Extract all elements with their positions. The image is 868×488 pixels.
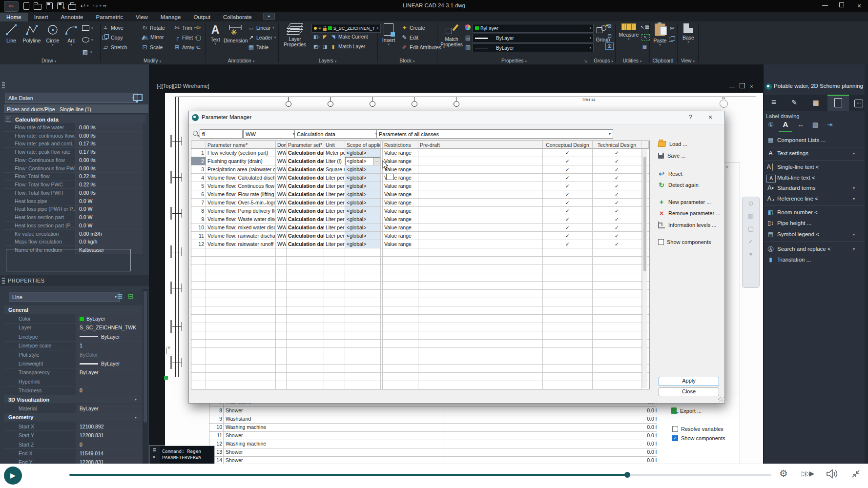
chevron-down-icon[interactable]: ▾ (135, 397, 137, 402)
scope-editor-value[interactable]: <global> (346, 158, 373, 165)
predraft-cell[interactable] (418, 182, 543, 190)
tab-view[interactable]: View (129, 13, 154, 21)
property-row[interactable]: Thickness0 (4, 386, 143, 395)
properties-section-header[interactable]: 3D Visualization▾ (4, 395, 143, 404)
rotate-button[interactable]: ↻Rotate (142, 24, 165, 31)
checkbox-icon[interactable] (658, 239, 664, 245)
parameter-name-cell[interactable]: Volume flow: Continuous flow (outlet, pa… (206, 182, 276, 190)
symbol-legend-item[interactable]: ▤Symbol legend <▾ (764, 231, 868, 240)
show-components-checkbox-bg[interactable]: ✓Show components (672, 435, 725, 441)
restriction-cell[interactable]: Value range (383, 199, 418, 207)
tab-calculation-icon[interactable]: ▦ (808, 95, 823, 111)
bg-table-row[interactable]: 12Washing machine0.0 l (209, 440, 657, 448)
modify-panel-label[interactable]: Modify▾ (144, 58, 161, 63)
technical-design-check[interactable]: ✓ (593, 190, 641, 199)
calculation-data-header[interactable]: Calculation data (4, 115, 145, 124)
calc-row[interactable]: Kv value circulation0.00 m3/h (4, 230, 143, 238)
domain-cell[interactable]: WW (276, 207, 287, 215)
property-row[interactable]: Hyperlink (4, 377, 143, 386)
property-row[interactable]: LinetypeByLayer (4, 332, 143, 341)
parameter-name-cell[interactable]: Volume flow: Waste water discharge (206, 215, 276, 224)
grip-point[interactable] (164, 376, 168, 380)
parameter-row[interactable]: 7Volume flow: Over-5-min.-logn rainfall … (191, 199, 649, 207)
scope-cell[interactable]: <global> (345, 215, 381, 224)
technical-design-check[interactable]: ✓ (593, 199, 641, 207)
text-tool-button[interactable]: A Text▾ (207, 23, 224, 45)
column-header[interactable]: Conceptual Design (543, 141, 593, 149)
parameter-row[interactable]: 11Volume flow: rainwater dischargeWWCalc… (191, 232, 649, 240)
parameter-set-cell[interactable]: Calculation data (287, 240, 324, 248)
restriction-cell[interactable]: Value range (383, 190, 418, 199)
object-color-dropdown[interactable]: ByLayer▾ (473, 24, 594, 33)
column-header[interactable]: Scope of application (345, 141, 381, 149)
scope-browse-button[interactable]: ... (373, 158, 380, 165)
multi-line-text-item[interactable]: AMulti-line text < (764, 174, 868, 183)
conceptual-design-check[interactable]: ✓ (543, 149, 593, 157)
ungroup-icon[interactable]: ⊠ (606, 23, 613, 29)
select-objects-icon[interactable]: ⊟ (128, 292, 134, 300)
predraft-cell[interactable] (418, 207, 543, 215)
unit-cell[interactable]: Liter per se... (324, 240, 345, 248)
reset-button[interactable]: ↩Reset (658, 171, 682, 177)
progress-knob[interactable] (624, 472, 630, 478)
column-header[interactable]: Unit (324, 141, 345, 149)
rectangle-tool-icon[interactable]: ▾ (82, 25, 93, 31)
conceptual-design-check[interactable]: ✓ (543, 190, 593, 199)
conceptual-design-check[interactable]: ✓ (543, 174, 593, 182)
edit-block-button[interactable]: ✎Edit (401, 34, 418, 41)
predraft-cell[interactable] (418, 232, 543, 240)
scope-cell[interactable]: <global> (345, 232, 381, 240)
resolve-variables-checkbox[interactable]: Resolve variables (672, 426, 723, 432)
parameter-name-cell[interactable]: Volume flow: Over-5-min.-logn rainfall r… (206, 199, 276, 207)
calc-row[interactable]: Flow: Continuous flow PWC0.00 l/s (4, 164, 143, 173)
conceptual-design-check[interactable]: ✓ (543, 232, 593, 240)
restriction-cell[interactable]: Value range (383, 224, 418, 232)
remove-parameter-button[interactable]: ×Remove parameter ... (658, 210, 720, 216)
column-header[interactable]: Domä (276, 141, 287, 149)
predraft-cell[interactable] (418, 240, 543, 248)
lineweight-list-icon[interactable]: ▤ (465, 34, 471, 41)
domain-cell[interactable]: WW (276, 224, 287, 232)
dialog-title-bar[interactable]: Parameter Manager ? × (189, 111, 724, 124)
row-number[interactable]: 11 (191, 232, 206, 240)
parameter-table[interactable]: Parameter name*DomäParameter set*UnitSco… (191, 141, 650, 389)
array-button[interactable]: ⊞Array▾ (174, 44, 198, 51)
calc-row[interactable]: Flow rate: peak flow rate0.17 l/s (4, 148, 143, 156)
parameter-name-cell[interactable]: Volume flow: Pump delivery flow (206, 207, 276, 215)
unit-cell[interactable]: Liter per se... (324, 182, 345, 190)
polyline-tool-button[interactable]: Polyline (21, 23, 43, 43)
viewport-controls[interactable]: [-][Top][2D Wireframe] (157, 83, 209, 89)
search-input[interactable] (200, 129, 243, 139)
block-panel-label[interactable]: Block▾ (400, 58, 415, 63)
unit-cell[interactable]: Liter per se... (324, 232, 345, 240)
copy-button[interactable]: Copy (103, 34, 123, 41)
parameter-name-cell[interactable]: Volume flow: mixed water discharge (206, 224, 276, 232)
property-row[interactable]: ColorByLayer (4, 314, 143, 323)
scope-cell[interactable]: <global> (345, 174, 381, 182)
command-line-window[interactable]: × Command: Regen PARAMETERVERWA (149, 446, 215, 465)
parameter-set-cell[interactable]: Calculation data (287, 232, 324, 240)
predraft-cell[interactable] (418, 190, 543, 199)
trim-button[interactable]: ✄Trim▾ (174, 24, 196, 31)
unit-cell[interactable]: Liter per se... (324, 224, 345, 232)
parameter-name-cell[interactable]: Volume flow: Flow rate (lifting system) (206, 190, 276, 199)
domain-cell[interactable]: WW (276, 232, 287, 240)
domain-cell[interactable]: WW (276, 190, 287, 199)
playback-speed-icon[interactable]: ▷▷▶ (802, 469, 813, 477)
drawing-close-icon[interactable]: × (750, 83, 753, 89)
view-panel-label[interactable]: View▾ (681, 58, 695, 63)
property-row[interactable]: Plot styleByColor (4, 350, 143, 359)
parameter-row[interactable]: 9Volume flow: Waste water dischargeWWCal… (191, 215, 649, 224)
information-levels-button[interactable]: Information levels ... (658, 222, 716, 228)
column-header[interactable]: Parameter name* (206, 141, 276, 149)
chevron-down-icon[interactable]: ▾ (853, 232, 855, 237)
unit-cell[interactable]: Liter per se... (324, 215, 345, 224)
match-properties-button[interactable]: Match Properties (440, 23, 463, 47)
parameter-row[interactable]: 12Volume flow: rainwater runoff SimWWCal… (191, 240, 649, 248)
tab-collaborate[interactable]: Collaborate (217, 13, 258, 21)
parameter-name-cell[interactable]: Flushing quantity (drain) (206, 157, 276, 165)
predraft-cell[interactable] (418, 174, 543, 182)
property-row[interactable]: LineweightByLayer (4, 359, 143, 368)
room-number-item[interactable]: ◧Room number < (764, 209, 868, 218)
color-wheel-icon[interactable] (465, 24, 471, 30)
